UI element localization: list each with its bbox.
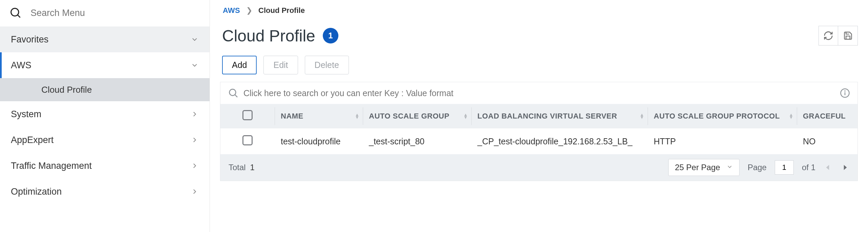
- svg-point-0: [11, 8, 19, 16]
- col-proto[interactable]: AUTO SCALE GROUP PROTOCOL▲▼: [648, 104, 797, 128]
- checkbox-icon[interactable]: [242, 110, 253, 120]
- col-name[interactable]: NAME▲▼: [275, 104, 363, 128]
- sidebar-item-traffic-management[interactable]: Traffic Management: [0, 153, 210, 179]
- prev-page-icon[interactable]: [824, 163, 832, 172]
- title-actions: [818, 26, 858, 46]
- count-badge: 1: [323, 28, 338, 43]
- svg-point-6: [845, 91, 845, 91]
- delete-button[interactable]: Delete: [305, 56, 349, 74]
- svg-line-3: [235, 95, 237, 97]
- table-footer: Total 1 25 Per Page Page of 1: [220, 154, 857, 181]
- breadcrumb-root[interactable]: AWS: [223, 6, 240, 15]
- sidebar-search: [0, 0, 210, 26]
- refresh-button[interactable]: [818, 26, 838, 46]
- per-page-select[interactable]: 25 Per Page: [668, 159, 739, 176]
- col-graceful[interactable]: GRACEFUL: [797, 104, 857, 128]
- sidebar-item-aws[interactable]: AWS: [0, 52, 210, 78]
- select-all-header[interactable]: [220, 104, 275, 128]
- cell-asg: _test-script_80: [363, 128, 471, 154]
- col-label: LOAD BALANCING VIRTUAL SERVER: [477, 112, 617, 120]
- search-icon: [9, 7, 22, 19]
- filter-input[interactable]: [243, 88, 835, 98]
- data-panel: NAME▲▼ AUTO SCALE GROUP▲▼ LOAD BALANCING…: [220, 82, 858, 181]
- sidebar-item-label: System: [11, 109, 41, 120]
- chevron-right-icon: [191, 162, 199, 170]
- page-input[interactable]: [775, 160, 794, 175]
- sort-icon: ▲▼: [789, 113, 793, 119]
- page-label: Page: [748, 163, 767, 172]
- col-label: AUTO SCALE GROUP: [369, 112, 449, 120]
- add-button[interactable]: Add: [222, 56, 257, 74]
- sidebar-item-favorites[interactable]: Favorites: [0, 26, 210, 52]
- cell-lbvs: _CP_test-cloudprofile_192.168.2.53_LB_: [471, 128, 648, 154]
- sidebar-item-label: Traffic Management: [11, 161, 92, 171]
- col-lbvs[interactable]: LOAD BALANCING VIRTUAL SERVER▲▼: [471, 104, 648, 128]
- col-asg[interactable]: AUTO SCALE GROUP▲▼: [363, 104, 471, 128]
- filter-bar: [220, 82, 857, 104]
- sort-icon: ▲▼: [640, 113, 644, 119]
- per-page-label: 25 Per Page: [675, 163, 720, 172]
- sidebar-item-cloud-profile[interactable]: Cloud Profile: [0, 78, 210, 101]
- sidebar-item-label: Cloud Profile: [41, 85, 92, 95]
- row-checkbox[interactable]: [242, 135, 253, 145]
- chevron-down-icon: [191, 61, 199, 69]
- sidebar-item-system[interactable]: System: [0, 101, 210, 127]
- col-label: AUTO SCALE GROUP PROTOCOL: [654, 112, 780, 120]
- sort-icon: ▲▼: [355, 113, 359, 119]
- sidebar-item-label: AWS: [11, 60, 32, 71]
- chevron-down-icon: [726, 163, 733, 172]
- chevron-down-icon: [191, 35, 199, 43]
- svg-marker-8: [844, 165, 847, 170]
- sidebar-item-optimization[interactable]: Optimization: [0, 179, 210, 204]
- cell-graceful: NO: [797, 128, 857, 154]
- sidebar-item-appexpert[interactable]: AppExpert: [0, 127, 210, 153]
- chevron-right-icon: [191, 110, 199, 118]
- search-input[interactable]: [31, 8, 166, 18]
- col-label: NAME: [281, 112, 303, 120]
- col-label: GRACEFUL: [803, 112, 846, 120]
- edit-button[interactable]: Edit: [263, 56, 298, 74]
- info-icon[interactable]: [840, 88, 850, 98]
- sort-icon: ▲▼: [463, 113, 468, 119]
- chevron-right-icon: [191, 136, 199, 144]
- svg-marker-7: [826, 165, 829, 170]
- data-table: NAME▲▼ AUTO SCALE GROUP▲▼ LOAD BALANCING…: [220, 104, 857, 154]
- svg-line-1: [18, 15, 20, 18]
- svg-point-2: [230, 89, 236, 96]
- search-icon: [228, 88, 239, 99]
- sidebar-item-label: AppExpert: [11, 135, 54, 145]
- chevron-right-icon: [191, 188, 199, 196]
- cell-name: test-cloudprofile: [275, 128, 363, 154]
- next-page-icon[interactable]: [841, 163, 849, 172]
- page-title: Cloud Profile: [222, 26, 315, 45]
- total-label: Total: [229, 163, 246, 172]
- save-button[interactable]: [838, 26, 858, 46]
- main-content: AWS ❯ Cloud Profile Cloud Profile 1 Add …: [210, 0, 868, 232]
- breadcrumb: AWS ❯ Cloud Profile: [223, 6, 858, 15]
- sidebar-item-label: Optimization: [11, 186, 62, 197]
- breadcrumb-current: Cloud Profile: [258, 6, 305, 15]
- page-of-label: of 1: [802, 163, 815, 172]
- table-row[interactable]: test-cloudprofile _test-script_80 _CP_te…: [220, 128, 857, 154]
- sidebar: Favorites AWS Cloud Profile System AppEx…: [0, 0, 210, 232]
- chevron-right-icon: ❯: [246, 6, 252, 15]
- sidebar-item-label: Favorites: [11, 34, 48, 45]
- cell-proto: HTTP: [648, 128, 797, 154]
- total-value: 1: [250, 163, 254, 172]
